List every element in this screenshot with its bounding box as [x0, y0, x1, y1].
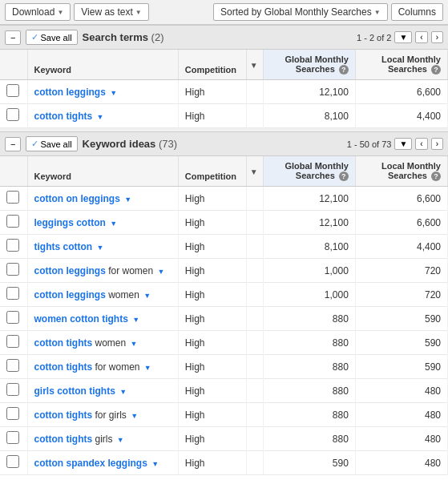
local-cell: 480: [355, 379, 447, 403]
keyword-rest: women: [92, 337, 126, 349]
competition-cell: High: [178, 307, 246, 331]
keyword-dropdown-icon[interactable]: ▼: [131, 340, 138, 348]
keyword-dropdown-icon[interactable]: ▼: [132, 316, 139, 324]
keyword-ideas-page-dropdown[interactable]: ▼: [394, 138, 412, 150]
search-terms-pagination: 1 - 2 of 2 ▼ ‹ ›: [357, 31, 443, 43]
keyword-ideas-prev-button[interactable]: ‹: [415, 138, 427, 150]
keyword-link[interactable]: leggings cotton: [34, 217, 106, 228]
sort-cell: [246, 379, 263, 403]
search-terms-count: (2): [151, 31, 164, 43]
keyword-link[interactable]: cotton tights: [34, 337, 93, 349]
local-cell: 480: [355, 451, 447, 475]
search-terms-global-col-header: Global Monthly Searches ?: [263, 50, 355, 80]
local-cell: 6,600: [355, 187, 447, 211]
keyword-ideas-count: (73): [159, 138, 177, 150]
keyword-ideas-save-all-button[interactable]: ✓ Save all: [26, 136, 77, 151]
view-as-text-label: View as text: [81, 6, 132, 18]
row-checkbox[interactable]: [6, 239, 19, 252]
search-terms-table: Keyword Competition ▼ Global Monthly Sea…: [0, 50, 448, 128]
row-checkbox-cell: [0, 187, 27, 211]
search-terms-collapse-button[interactable]: −: [5, 30, 21, 45]
row-checkbox[interactable]: [6, 311, 19, 324]
keyword-dropdown-icon[interactable]: ▼: [158, 268, 165, 276]
columns-button[interactable]: Columns: [391, 3, 443, 21]
keyword-link[interactable]: cotton on leggings: [34, 193, 120, 204]
keyword-link[interactable]: cotton tights: [34, 434, 93, 445]
row-checkbox[interactable]: [6, 455, 19, 468]
keyword-dropdown-icon[interactable]: ▼: [119, 388, 127, 396]
keyword-link[interactable]: cotton spandex leggings: [34, 458, 147, 469]
keyword-link[interactable]: cotton leggings: [34, 265, 106, 276]
global-cell: 12,100: [263, 211, 355, 235]
row-checkbox-cell: [0, 379, 27, 403]
keyword-dropdown-icon[interactable]: ▼: [97, 244, 104, 252]
keyword-ideas-row: cotton leggings for women ▼ High 1,000 7…: [0, 259, 448, 283]
keyword-dropdown-icon[interactable]: ▼: [117, 436, 124, 444]
keyword-dropdown-icon[interactable]: ▼: [151, 460, 159, 468]
competition-cell: High: [178, 283, 246, 307]
row-checkbox[interactable]: [6, 383, 19, 396]
global-help-icon[interactable]: ?: [339, 65, 349, 75]
view-as-text-button[interactable]: View as text ▼: [74, 3, 148, 21]
search-terms-save-all-button[interactable]: ✓ Save all: [26, 30, 77, 45]
global-cell: 8,100: [263, 235, 355, 259]
keyword-dropdown-icon[interactable]: ▼: [131, 412, 138, 420]
row-checkbox[interactable]: [6, 359, 19, 372]
keyword-cell: cotton spandex leggings ▼: [27, 451, 178, 475]
keyword-link[interactable]: tights cotton: [34, 241, 93, 252]
competition-cell: High: [178, 427, 246, 451]
keyword-ideas-title-text: Keyword ideas: [83, 138, 156, 150]
row-checkbox[interactable]: [6, 191, 19, 204]
row-checkbox[interactable]: [6, 108, 19, 121]
keyword-dropdown-icon[interactable]: ▼: [110, 220, 117, 228]
keyword-dropdown-icon[interactable]: ▼: [110, 89, 117, 97]
keyword-link[interactable]: cotton leggings: [34, 289, 106, 301]
keyword-ideas-next-button[interactable]: ›: [431, 138, 443, 150]
keyword-link[interactable]: cotton tights: [34, 409, 93, 421]
keyword-link[interactable]: cotton tights: [34, 111, 93, 122]
row-checkbox[interactable]: [6, 84, 19, 97]
competition-cell: High: [178, 403, 246, 427]
local-help-icon[interactable]: ?: [431, 65, 441, 75]
row-checkbox-cell: [0, 235, 27, 259]
search-terms-prev-button[interactable]: ‹: [415, 31, 427, 43]
sort-cell: [246, 235, 263, 259]
keyword-dropdown-icon[interactable]: ▼: [144, 364, 151, 372]
keyword-ideas-row: women cotton tights ▼ High 880 590: [0, 307, 448, 331]
keyword-link[interactable]: cotton tights: [34, 361, 93, 373]
keyword-dropdown-icon[interactable]: ▼: [97, 113, 104, 121]
keyword-rest: girls: [92, 434, 112, 445]
global-cell: 880: [263, 355, 355, 379]
search-terms-row: cotton leggings ▼ High 12,100 6,600: [0, 80, 448, 104]
row-checkbox[interactable]: [6, 407, 19, 420]
row-checkbox[interactable]: [6, 263, 19, 276]
sort-triangle-icon: ▼: [250, 61, 258, 70]
keyword-dropdown-icon[interactable]: ▼: [143, 292, 151, 300]
keyword-ideas-keyword-col-header: Keyword: [27, 156, 178, 187]
local-cell: 4,400: [355, 104, 447, 128]
search-terms-next-button[interactable]: ›: [431, 31, 443, 43]
row-checkbox[interactable]: [6, 431, 19, 444]
keyword-cell: girls cotton tights ▼: [27, 379, 178, 403]
row-checkbox[interactable]: [6, 215, 19, 228]
search-terms-page-dropdown[interactable]: ▼: [394, 31, 412, 43]
keyword-link[interactable]: cotton leggings: [34, 87, 106, 98]
keyword-ideas-collapse-button[interactable]: −: [5, 137, 21, 151]
keyword-ideas-checkbox-col-header: [0, 156, 27, 187]
keyword-dropdown-icon[interactable]: ▼: [124, 196, 131, 204]
view-as-text-dropdown-arrow: ▼: [135, 9, 142, 16]
keyword-cell: cotton tights girls ▼: [27, 427, 178, 451]
competition-cell: High: [178, 451, 246, 475]
keyword-link[interactable]: girls cotton tights: [34, 385, 115, 397]
keyword-ideas-row: leggings cotton ▼ High 12,100 6,600: [0, 211, 448, 235]
keyword-ideas-row: cotton tights for girls ▼ High 880 480: [0, 403, 448, 427]
keyword-ideas-local-help-icon[interactable]: ?: [431, 171, 441, 181]
sorted-by-label: Sorted by Global Monthly Searches: [220, 6, 372, 18]
row-checkbox[interactable]: [6, 287, 19, 300]
download-button[interactable]: Download ▼: [5, 3, 71, 21]
keyword-link[interactable]: women cotton tights: [34, 313, 128, 325]
row-checkbox[interactable]: [6, 335, 19, 348]
keyword-ideas-global-help-icon[interactable]: ?: [339, 171, 349, 181]
local-cell: 6,600: [355, 80, 447, 104]
sorted-by-button[interactable]: Sorted by Global Monthly Searches ▼: [213, 3, 388, 21]
